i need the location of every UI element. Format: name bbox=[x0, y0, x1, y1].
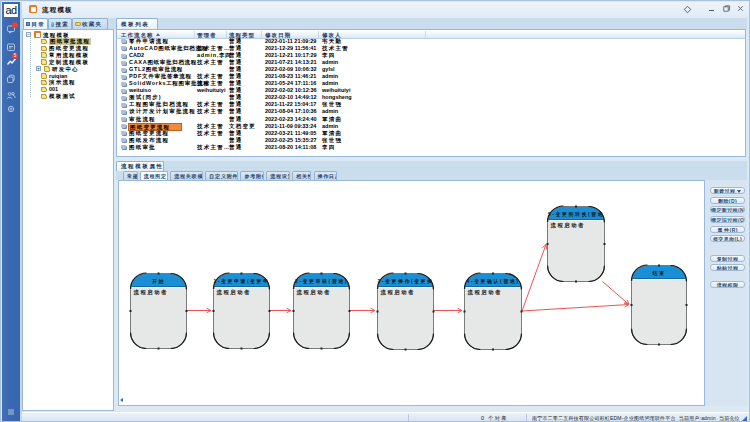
svg-text:5-变更图转换(普通: 5-变更图转换(普通 bbox=[548, 211, 604, 218]
svg-text:2-变更审核(普通): 2-变更审核(普通) bbox=[295, 278, 348, 285]
svg-text:流程启动者: 流程启动者 bbox=[467, 289, 502, 296]
svg-text:流程启动者: 流程启动者 bbox=[380, 289, 415, 296]
svg-text:开始: 开始 bbox=[151, 278, 165, 285]
svg-text:4-变更确认(普通): 4-变更确认(普通) bbox=[467, 278, 520, 285]
svg-text:流程启动者: 流程启动者 bbox=[216, 289, 251, 296]
svg-text:流程启动者: 流程启动者 bbox=[296, 289, 331, 296]
svg-text:流程启动者: 流程启动者 bbox=[133, 289, 168, 296]
svg-text:流程启动者: 流程启动者 bbox=[550, 222, 585, 229]
svg-text:3-变更操作(变更操: 3-变更操作(变更操 bbox=[377, 278, 433, 285]
svg-text:结束: 结束 bbox=[652, 270, 666, 277]
svg-text:1-变更申请(变更申: 1-变更申请(变更申 bbox=[213, 278, 269, 285]
